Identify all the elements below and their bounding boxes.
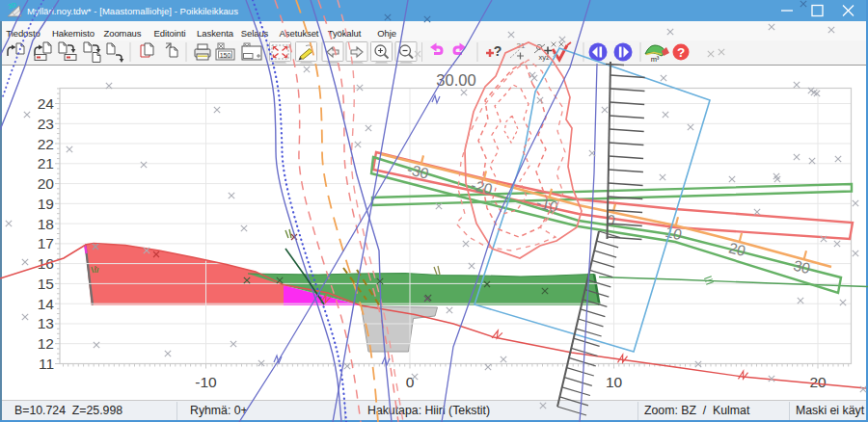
svg-text:21: 21 <box>38 155 54 171</box>
svg-text:22: 22 <box>38 136 54 152</box>
svg-text:19: 19 <box>38 196 54 212</box>
svg-text:11: 11 <box>39 356 54 372</box>
svg-text:17: 17 <box>38 235 54 251</box>
svg-text:15: 15 <box>38 276 54 292</box>
svg-text:14: 14 <box>38 296 55 312</box>
svg-text:20: 20 <box>727 239 747 259</box>
svg-text:30: 30 <box>792 257 812 277</box>
svg-text:20: 20 <box>809 374 827 390</box>
svg-text:-10: -10 <box>195 374 217 390</box>
svg-text:24: 24 <box>38 95 55 112</box>
svg-text:20: 20 <box>38 175 55 192</box>
svg-text:23: 23 <box>38 116 54 132</box>
svg-text:10: 10 <box>606 374 623 390</box>
svg-text:13: 13 <box>38 315 54 331</box>
svg-text:-10: -10 <box>534 195 559 216</box>
svg-text:18: 18 <box>38 216 54 232</box>
svg-text:12: 12 <box>38 335 54 352</box>
